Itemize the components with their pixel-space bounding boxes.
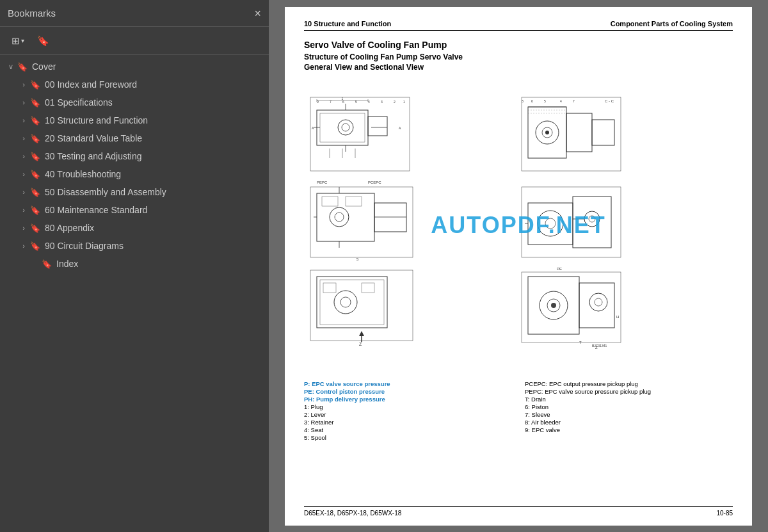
legend-item-9: 9: EPC valve [525,426,733,433]
svg-text:4: 4 [368,100,370,104]
legend-item-5: 5: Spool [304,434,512,441]
svg-rect-27 [522,97,621,171]
legend-item-3: 3: Retainer [304,419,512,426]
bookmark-icon-01: 🔖 [29,98,41,108]
bookmark-item-00[interactable]: › 🔖 00 Index and Foreword [0,76,269,93]
svg-rect-79 [579,283,614,328]
chevron-50: › [18,188,29,196]
pdf-diagram-area: AUTOPDF.NET [304,78,733,373]
svg-point-36 [545,131,549,134]
bookmark-item-cover[interactable]: ∨ 🔖 Cover [0,58,269,76]
svg-text:2: 2 [394,100,396,104]
svg-text:7: 7 [330,100,332,104]
svg-rect-29 [566,113,592,152]
svg-rect-1 [317,110,368,145]
bookmark-icon-80: 🔖 [29,223,41,233]
chevron-10: › [18,117,29,124]
pdf-header-bar: 10 Structure and Function Component Part… [304,20,733,31]
bookmark-label-10: 10 Structure and Function [45,115,148,125]
bookmarks-header: Bookmarks × [0,0,269,27]
pdf-panel: 10 Structure and Function Component Part… [269,0,768,532]
bookmark-item-80[interactable]: › 🔖 80 Appendix [0,219,269,237]
bookmark-icon-90: 🔖 [29,241,41,251]
pdf-header-left: 10 Structure and Function [304,20,391,28]
bookmark-label-cover: Cover [32,61,56,72]
legend-item-4: 4: Seat [304,426,512,433]
bookmark-label-90: 90 Circuit Diagrams [45,241,124,251]
svg-rect-59 [528,203,573,245]
legend-item-pcepc: PCEPC: EPC output pressure pickup plug [525,380,733,387]
svg-point-61 [545,218,556,229]
svg-point-83 [589,293,607,311]
bookmarks-list: ∨ 🔖 Cover › 🔖 00 Index and Foreword › 🔖 … [0,55,269,532]
svg-rect-2 [320,113,365,142]
svg-rect-67 [317,277,387,328]
svg-text:A: A [399,126,401,130]
svg-text:C - C: C - C [605,99,614,103]
pdf-subsection-title: Structure of Cooling Fan Pump Servo Valv… [304,52,733,61]
bookmark-icon-20: 🔖 [29,134,41,143]
legend-item-empty [525,434,733,441]
svg-text:3: 3 [522,99,524,103]
bookmarks-toolbar: ⊞ ▾ 🔖 [0,27,269,55]
pdf-footer-right: 10-85 [716,510,733,517]
bookmark-button[interactable]: 🔖 [33,33,53,49]
bookmark-item-50[interactable]: › 🔖 50 Disassembly and Assembly [0,183,269,201]
legend-item-pe: PE: Control piston pressure [304,388,512,395]
legend-item-2: 2: Lever [304,411,512,418]
bookmark-item-20[interactable]: › 🔖 20 Standard Value Table [0,129,269,147]
chevron-40: › [18,170,29,178]
bookmark-item-30[interactable]: › 🔖 30 Testing and Adjusting [0,147,269,165]
svg-rect-50 [322,197,338,206]
close-button[interactable]: × [254,8,261,19]
chevron-20: › [18,134,29,142]
svg-text:7: 7 [573,99,575,103]
bookmark-icon-60: 🔖 [29,206,41,215]
svg-point-5 [342,124,349,131]
svg-text:PE: PE [557,267,562,271]
legend-item-p: P: EPC valve source pressure [304,380,512,387]
svg-text:PEPC: PEPC [317,181,328,184]
svg-text:BJC01341: BJC01341 [592,344,607,348]
bookmark-icon-10: 🔖 [29,116,41,125]
legend-item-ph: PH: Pump delivery pressure [304,396,512,403]
legend-item-pepc: PEPC: EPC valve source pressure pickup p… [525,388,733,395]
expand-all-button[interactable]: ⊞ ▾ [8,33,28,49]
svg-rect-30 [592,120,614,145]
pdf-header-right: Component Parts of Cooling System [611,20,733,28]
svg-point-62 [584,211,600,227]
pdf-section-title: Servo Valve of Cooling Fan Pump [304,40,733,50]
chevron-60: › [18,206,29,214]
svg-text:9: 9 [317,100,319,104]
bookmark-item-01[interactable]: › 🔖 01 Specifications [0,93,269,111]
bookmark-icon: 🔖 [37,35,49,47]
chevron-cover: ∨ [5,63,17,71]
bookmark-icon-50: 🔖 [29,188,41,197]
svg-rect-51 [346,197,362,206]
bookmark-icon-30: 🔖 [29,152,41,161]
legend-item-6: 6: Piston [525,403,733,410]
grid-icon: ⊞ [12,35,20,47]
svg-rect-57 [522,187,621,257]
bookmark-item-60[interactable]: › 🔖 60 Maintenance Standard [0,201,269,219]
legend-item-8: 8: Air bleeder [525,419,733,426]
bookmark-item-40[interactable]: › 🔖 40 Troubleshooting [0,165,269,183]
bookmark-item-90[interactable]: › 🔖 90 Circuit Diagrams [0,237,269,255]
svg-rect-66 [310,270,413,341]
bookmark-icon-00: 🔖 [29,80,41,90]
bookmark-label-80: 80 Appendix [45,223,94,233]
bookmark-label-30: 30 Testing and Adjusting [45,151,142,161]
bookmark-item-10[interactable]: › 🔖 10 Structure and Function [0,111,269,129]
svg-point-4 [338,120,353,135]
bookmark-icon-cover: 🔖 [17,62,28,72]
bookmark-icon-40: 🔖 [29,170,41,179]
svg-rect-47 [374,203,406,232]
svg-point-84 [595,298,602,306]
svg-rect-0 [310,97,410,171]
pdf-page: 10 Structure and Function Component Part… [285,7,752,526]
svg-text:5: 5 [356,257,359,261]
bookmark-item-index[interactable]: › 🔖 Index [0,255,269,273]
svg-text:H: H [616,315,619,319]
pdf-footer-left: D65EX-18, D65PX-18, D65WX-18 [304,510,401,517]
svg-text:4: 4 [560,99,562,103]
